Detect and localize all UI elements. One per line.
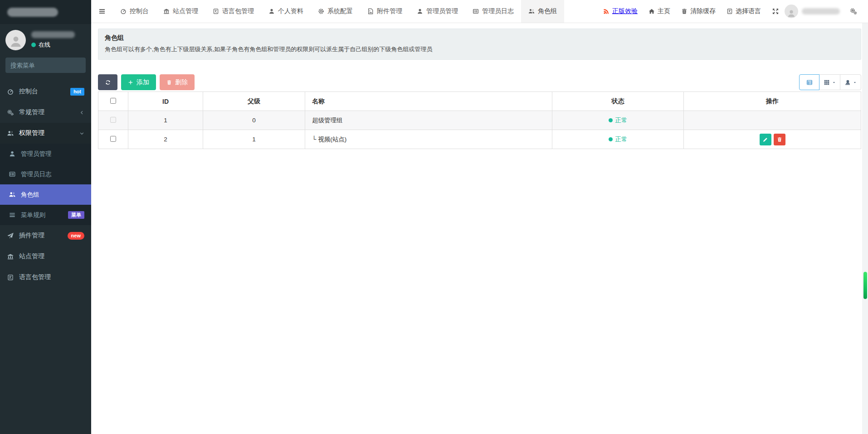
choose-language-button[interactable]: 选择语言 xyxy=(721,7,766,15)
cogs-icon xyxy=(7,109,14,116)
tab-site-manage[interactable]: 站点管理 xyxy=(156,0,205,23)
caret-down-icon xyxy=(832,81,836,84)
export-dropdown-button[interactable] xyxy=(840,74,861,90)
cell-status: 正常 xyxy=(552,130,684,149)
scrollbar-thumb[interactable] xyxy=(863,272,867,299)
grid-icon xyxy=(824,79,830,86)
edit-button[interactable] xyxy=(760,134,771,145)
page-head: 角色组 角色组可以有多个,角色有上下级层级关系,如果子角色有角色组和管理员的权限… xyxy=(98,29,861,60)
row-checkbox[interactable] xyxy=(110,136,116,142)
sidebar-item-general[interactable]: 常规管理 xyxy=(0,102,91,123)
nav-tabs: 控制台 站点管理 语言包管理 个人资料 系统配置 xyxy=(113,0,564,23)
tab-label: 附件管理 xyxy=(377,7,402,15)
sidebar-item-site-manage[interactable]: 站点管理 xyxy=(0,246,91,267)
new-badge: new xyxy=(68,232,84,240)
topnav-username-redacted xyxy=(802,8,840,14)
logo-bar xyxy=(0,0,91,24)
home-icon xyxy=(649,8,655,14)
gauge-icon xyxy=(120,8,127,14)
refresh-button[interactable] xyxy=(98,74,117,90)
sidebar-item-langpack-manage[interactable]: 语言包管理 xyxy=(0,267,91,288)
tab-label: 个人资料 xyxy=(278,7,303,15)
bars-icon xyxy=(9,212,16,218)
logo-redacted xyxy=(7,8,58,17)
table-header-row: ID 父级 名称 状态 操作 xyxy=(98,92,861,111)
verify-link[interactable]: 正版效验 xyxy=(598,7,643,15)
sidebar: 在线 控制台 hot 常规管理 权限管理 xyxy=(0,0,91,434)
auth-submenu: 管理员管理 管理员日志 角色组 菜单规则 菜单 xyxy=(0,144,91,225)
scrollbar-track[interactable] xyxy=(862,23,868,434)
cell-actions xyxy=(684,130,861,149)
status-label: 正常 xyxy=(615,135,628,144)
sidebar-menu: 控制台 hot 常规管理 权限管理 管理员管理 xyxy=(0,81,91,288)
sidebar-item-dashboard[interactable]: 控制台 hot xyxy=(0,81,91,102)
user-panel: 在线 xyxy=(0,24,91,56)
sidebar-item-admin-manage[interactable]: 管理员管理 xyxy=(0,144,91,164)
hot-badge: hot xyxy=(70,88,84,96)
columns-dropdown-button[interactable] xyxy=(819,74,840,90)
sidebar-item-role-group[interactable]: 角色组 xyxy=(0,184,91,205)
clear-cache-button[interactable]: 清除缓存 xyxy=(676,7,721,15)
trash-icon xyxy=(166,80,172,85)
online-status: 在线 xyxy=(31,41,75,49)
tab-attachment-manage[interactable]: 附件管理 xyxy=(360,0,410,23)
cell-actions xyxy=(684,111,861,130)
sidebar-item-label: 语言包管理 xyxy=(19,273,51,281)
delete-button[interactable]: 删除 xyxy=(160,74,195,90)
topnav-avatar[interactable] xyxy=(785,5,798,18)
chevron-left-icon xyxy=(79,110,84,115)
status-dot-icon xyxy=(609,118,613,122)
refresh-icon xyxy=(105,80,111,85)
sidebar-item-label: 控制台 xyxy=(19,87,38,96)
tab-admin-manage[interactable]: 管理员管理 xyxy=(410,0,465,23)
main: 控制台 站点管理 语言包管理 个人资料 系统配置 xyxy=(91,0,868,434)
verify-label: 正版效验 xyxy=(612,7,638,15)
add-button[interactable]: 添加 xyxy=(121,74,156,90)
select-all-checkbox[interactable] xyxy=(110,98,116,104)
user-icon xyxy=(9,35,23,48)
sidebar-item-label: 菜单规则 xyxy=(21,211,45,219)
row-delete-button[interactable] xyxy=(774,134,785,145)
rss-icon xyxy=(603,8,610,14)
sidebar-item-label: 权限管理 xyxy=(19,129,44,137)
sidebar-item-label: 站点管理 xyxy=(19,252,44,260)
user-icon xyxy=(787,9,796,18)
home-link[interactable]: 主页 xyxy=(643,7,676,15)
home-label: 主页 xyxy=(658,7,670,15)
tab-profile[interactable]: 个人资料 xyxy=(261,0,311,23)
users-icon xyxy=(9,191,16,198)
plus-icon xyxy=(128,80,133,85)
cell-id: 1 xyxy=(128,111,203,130)
table-view-button[interactable] xyxy=(799,74,819,90)
sidebar-item-auth[interactable]: 权限管理 xyxy=(0,123,91,144)
language-icon xyxy=(213,8,219,14)
table-row: 1 0 超级管理组 正常 xyxy=(98,111,861,130)
trash-icon xyxy=(681,8,688,14)
sidebar-item-label: 角色组 xyxy=(21,191,39,199)
sidebar-toggle-button[interactable] xyxy=(91,0,113,23)
clear-cache-label: 清除缓存 xyxy=(690,7,716,15)
tab-label: 管理员日志 xyxy=(482,7,514,15)
settings-button[interactable] xyxy=(844,8,863,15)
search-menu-input[interactable] xyxy=(10,62,91,69)
fullscreen-icon xyxy=(772,8,779,15)
sidebar-item-admin-log[interactable]: 管理员日志 xyxy=(0,164,91,184)
tab-dashboard[interactable]: 控制台 xyxy=(113,0,156,23)
tab-role-group[interactable]: 角色组 xyxy=(521,0,564,23)
header-parent: 父级 xyxy=(203,92,305,111)
tab-system-config[interactable]: 系统配置 xyxy=(311,0,360,23)
tab-langpack-manage[interactable]: 语言包管理 xyxy=(205,0,261,23)
row-actions xyxy=(760,134,785,145)
online-dot-icon xyxy=(31,43,36,47)
page-description: 角色组可以有多个,角色有上下级层级关系,如果子角色有角色组和管理员的权限则可以派… xyxy=(105,45,854,53)
users-icon xyxy=(7,130,14,137)
username-redacted xyxy=(31,31,75,38)
tab-admin-log[interactable]: 管理员日志 xyxy=(465,0,521,23)
page-title: 角色组 xyxy=(105,34,854,42)
fullscreen-button[interactable] xyxy=(766,8,785,15)
file-image-icon xyxy=(367,8,374,14)
sidebar-search xyxy=(5,58,86,73)
sidebar-item-addon-manage[interactable]: 插件管理 new xyxy=(0,225,91,246)
sidebar-item-menu-rule[interactable]: 菜单规则 菜单 xyxy=(0,205,91,225)
pencil-icon xyxy=(763,137,768,142)
